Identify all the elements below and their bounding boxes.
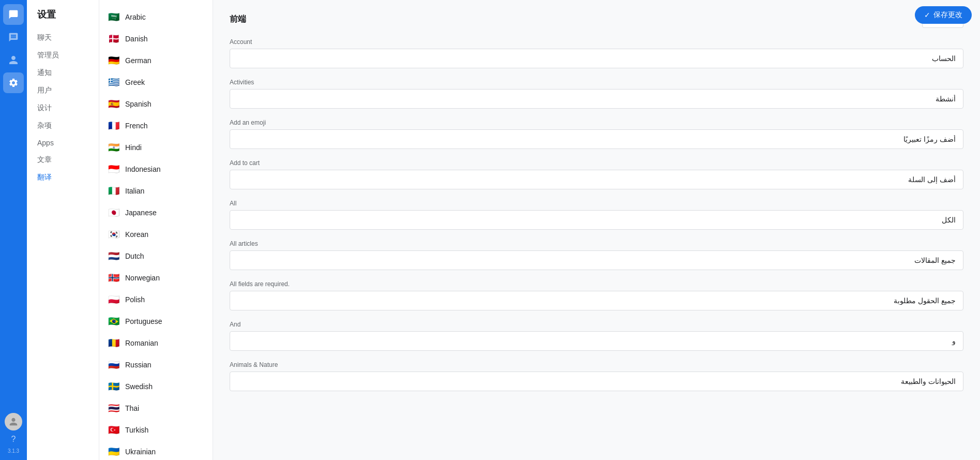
lang-name-romanian: Romanian <box>125 339 158 347</box>
lang-item-ukrainian[interactable]: 🇺🇦Ukrainian <box>99 441 213 460</box>
group-label: All <box>230 200 963 207</box>
lang-flag-russian: 🇷🇺 <box>108 359 120 370</box>
lang-item-korean[interactable]: 🇰🇷Korean <box>99 224 213 245</box>
translation-group: Account <box>230 38 963 68</box>
translation-group: Add an emoji <box>230 119 963 149</box>
version-label: 3.1.3 <box>8 448 19 454</box>
lang-name-italian: Italian <box>125 187 144 195</box>
translation-input[interactable] <box>230 372 963 391</box>
nav-icon-chat[interactable] <box>3 4 24 25</box>
lang-item-russian[interactable]: 🇷🇺Russian <box>99 354 213 376</box>
language-list: 🇸🇦Arabic🇩🇰Danish🇩🇪German🇬🇷Greek🇪🇸Spanish… <box>99 0 213 460</box>
lang-item-norwegian[interactable]: 🇳🇴Norwegian <box>99 267 213 289</box>
translation-group: All fields are required. <box>230 280 963 310</box>
lang-name-greek: Greek <box>125 78 145 86</box>
lang-item-polish[interactable]: 🇵🇱Polish <box>99 289 213 310</box>
lang-flag-japanese: 🇯🇵 <box>108 207 120 218</box>
sidebar-item-用户[interactable]: 用户 <box>27 82 99 99</box>
sidebar-item-设计[interactable]: 设计 <box>27 99 99 117</box>
translation-group: Animals & Nature <box>230 361 963 391</box>
lang-name-dutch: Dutch <box>125 252 144 260</box>
sidebar-item-翻译[interactable]: 翻译 <box>27 169 99 186</box>
user-avatar[interactable] <box>5 413 22 431</box>
lang-name-ukrainian: Ukrainian <box>125 448 156 456</box>
lang-name-polish: Polish <box>125 295 145 304</box>
translation-input[interactable] <box>230 170 963 189</box>
lang-flag-french: 🇫🇷 <box>108 120 120 131</box>
lang-item-indonesian[interactable]: 🇮🇩Indonesian <box>99 158 213 180</box>
lang-name-german: German <box>125 56 152 65</box>
icon-bar-bottom: ? 3.1.3 <box>5 413 22 454</box>
lang-flag-dutch: 🇳🇱 <box>108 250 120 262</box>
lang-flag-portuguese: 🇧🇷 <box>108 316 120 327</box>
lang-flag-italian: 🇮🇹 <box>108 185 120 197</box>
lang-name-spanish: Spanish <box>125 100 152 108</box>
translation-input[interactable] <box>230 250 963 270</box>
translation-input[interactable] <box>230 89 963 109</box>
lang-item-japanese[interactable]: 🇯🇵Japanese <box>99 202 213 224</box>
lang-flag-romanian: 🇷🇴 <box>108 337 120 349</box>
lang-flag-german: 🇩🇪 <box>108 55 120 66</box>
group-label: Add an emoji <box>230 119 963 126</box>
translation-group: Add to cart <box>230 159 963 189</box>
group-label: Account <box>230 38 963 46</box>
translation-input[interactable] <box>230 49 963 68</box>
sidebar-item-文章[interactable]: 文章 <box>27 151 99 169</box>
main-section-title: 前端 <box>230 14 246 25</box>
lang-item-thai[interactable]: 🇹🇭Thai <box>99 397 213 419</box>
group-label: Add to cart <box>230 159 963 167</box>
lang-flag-hindi: 🇮🇳 <box>108 142 120 153</box>
lang-item-romanian[interactable]: 🇷🇴Romanian <box>99 332 213 354</box>
lang-name-arabic: Arabic <box>125 13 146 21</box>
translation-input[interactable] <box>230 331 963 351</box>
lang-item-dutch[interactable]: 🇳🇱Dutch <box>99 245 213 267</box>
lang-name-korean: Korean <box>125 230 148 239</box>
translation-group: Activities <box>230 79 963 109</box>
lang-item-greek[interactable]: 🇬🇷Greek <box>99 71 213 93</box>
nav-icon-user[interactable] <box>3 50 24 70</box>
lang-item-german[interactable]: 🇩🇪German <box>99 50 213 71</box>
lang-item-spanish[interactable]: 🇪🇸Spanish <box>99 93 213 115</box>
sidebar-item-杂项[interactable]: 杂项 <box>27 117 99 135</box>
nav-icon-messages[interactable] <box>3 27 24 48</box>
lang-name-swedish: Swedish <box>125 382 153 391</box>
lang-flag-danish: 🇩🇰 <box>108 33 120 44</box>
lang-item-french[interactable]: 🇫🇷French <box>99 115 213 137</box>
lang-item-arabic[interactable]: 🇸🇦Arabic <box>99 6 213 28</box>
lang-item-swedish[interactable]: 🇸🇪Swedish <box>99 376 213 397</box>
nav-icon-settings[interactable] <box>3 72 24 93</box>
save-button[interactable]: ✓ 保存更改 <box>915 6 972 24</box>
translation-input[interactable] <box>230 291 963 310</box>
lang-name-french: French <box>125 122 148 130</box>
lang-name-indonesian: Indonesian <box>125 165 161 173</box>
lang-flag-ukrainian: 🇺🇦 <box>108 446 120 457</box>
lang-item-hindi[interactable]: 🇮🇳Hindi <box>99 137 213 158</box>
sidebar-item-Apps[interactable]: Apps <box>27 135 99 151</box>
lang-item-turkish[interactable]: 🇹🇷Turkish <box>99 419 213 441</box>
translation-group: All articles <box>230 240 963 270</box>
translation-input[interactable] <box>230 129 963 149</box>
help-icon[interactable]: ? <box>11 435 16 444</box>
lang-flag-korean: 🇰🇷 <box>108 229 120 240</box>
sidebar-item-通知[interactable]: 通知 <box>27 64 99 82</box>
group-label: And <box>230 321 963 328</box>
lang-item-danish[interactable]: 🇩🇰Danish <box>99 28 213 50</box>
lang-flag-thai: 🇹🇭 <box>108 403 120 414</box>
group-label: Animals & Nature <box>230 361 963 368</box>
sidebar-item-聊天[interactable]: 聊天 <box>27 29 99 47</box>
lang-name-thai: Thai <box>125 404 139 412</box>
translation-input[interactable] <box>230 210 963 230</box>
page-title: 设置 <box>27 8 99 29</box>
translation-group: And <box>230 321 963 351</box>
lang-item-portuguese[interactable]: 🇧🇷Portuguese <box>99 310 213 332</box>
lang-item-italian[interactable]: 🇮🇹Italian <box>99 180 213 202</box>
lang-name-hindi: Hindi <box>125 143 142 152</box>
lang-flag-norwegian: 🇳🇴 <box>108 272 120 284</box>
lang-flag-arabic: 🇸🇦 <box>108 11 120 23</box>
lang-flag-greek: 🇬🇷 <box>108 77 120 88</box>
group-label: All fields are required. <box>230 280 963 288</box>
lang-name-norwegian: Norwegian <box>125 274 160 282</box>
lang-name-portuguese: Portuguese <box>125 317 162 325</box>
lang-name-danish: Danish <box>125 35 148 43</box>
sidebar-item-管理员[interactable]: 管理员 <box>27 47 99 64</box>
